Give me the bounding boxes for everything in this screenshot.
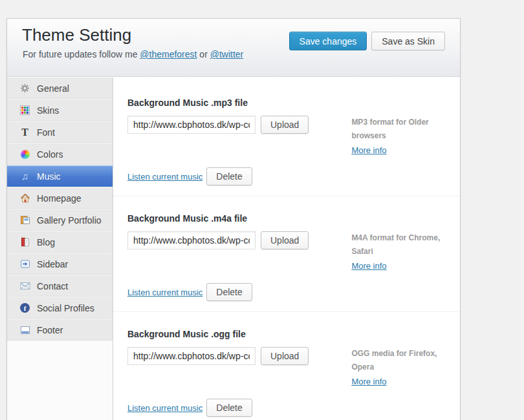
format-description-text: MP3 format for Older browsers (351, 118, 428, 140)
format-description-text: M4A format for Chrome, Safari (351, 233, 440, 256)
ogg-listen-current-music-link[interactable]: Listen current music (127, 403, 202, 413)
mp3-url-input[interactable] (127, 116, 256, 134)
subtitle-text: For future updates follow me (23, 49, 137, 59)
sidebar-item-label: Music (37, 171, 61, 182)
footer-layout-icon (19, 325, 30, 335)
sidebar-item-label: Sidebar (37, 259, 68, 269)
listen-row: Listen current music Delete (127, 283, 460, 301)
mp3-listen-current-music-link[interactable]: Listen current music (127, 172, 202, 182)
sidebar-item-skins[interactable]: Skins (7, 100, 113, 121)
sidebar-item-label: Social Profiles (37, 303, 94, 313)
skins-grid-icon (19, 105, 30, 116)
sidebar-panel-icon (19, 259, 30, 269)
sidebar-item-label: Homepage (37, 193, 82, 204)
sidebar-item-font[interactable]: T Font (7, 121, 113, 143)
sidebar-item-label: Contact (37, 281, 68, 291)
themeforest-link[interactable]: @themeforest (140, 49, 197, 59)
color-wheel-icon (19, 149, 30, 160)
listen-row: Listen current music Delete (127, 399, 460, 417)
m4a-delete-button[interactable]: Delete (206, 283, 252, 301)
m4a-url-input[interactable] (127, 231, 256, 249)
sidebar-item-homepage[interactable]: Homepage (7, 187, 113, 209)
mp3-delete-button[interactable]: Delete (206, 167, 252, 185)
subtitle-or-text: or (199, 49, 207, 59)
sidebar-item-footer[interactable]: Footer (7, 319, 113, 341)
sidebar-item-label: Font (37, 127, 55, 138)
sidebar-item-label: General (37, 83, 69, 94)
mp3-section: Background Music .mp3 file Upload MP3 fo… (113, 98, 460, 196)
section-heading: Background Music .m4a file (127, 213, 460, 224)
section-heading: Background Music .ogg file (127, 329, 460, 339)
section-heading: Background Music .mp3 file (127, 98, 460, 108)
sidebar-item-sidebar[interactable]: Sidebar (7, 253, 113, 275)
sidebar-item-label: Footer (37, 325, 63, 335)
facebook-icon: f (19, 303, 30, 313)
field-row: Upload OGG media for Firefox, Opera More… (127, 347, 460, 389)
gallery-folder-icon (19, 215, 30, 226)
sidebar-item-gallery-portfolio[interactable]: Gallery Portfolio (7, 209, 113, 231)
m4a-upload-button[interactable]: Upload (261, 231, 309, 249)
blog-book-icon (19, 237, 30, 247)
save-changes-button[interactable]: Save changes (289, 32, 367, 50)
sidebar-item-blog[interactable]: Blog (7, 231, 113, 253)
format-description-text: OGG media for Firefox, Opera (351, 349, 437, 372)
page-title: Theme Setting (22, 25, 131, 45)
settings-sidebar: General Skins T Font Colors ♫ Music Home… (7, 78, 113, 420)
ogg-more-info-link[interactable]: More info (351, 375, 386, 388)
font-icon: T (19, 127, 30, 138)
theme-setting-panel: Theme Setting For future updates follow … (6, 18, 461, 420)
sidebar-item-social-profiles[interactable]: f Social Profiles (7, 297, 113, 319)
ogg-upload-button[interactable]: Upload (261, 347, 309, 365)
home-icon (19, 193, 30, 204)
music-settings-content: Background Music .mp3 file Upload MP3 fo… (113, 78, 460, 420)
listen-row: Listen current music Delete (127, 167, 460, 185)
header-buttons: Save changes Save as Skin (289, 32, 445, 50)
format-description: M4A format for Chrome, Safari More info (351, 231, 460, 273)
music-note-icon: ♫ (19, 171, 30, 182)
twitter-link[interactable]: @twitter (210, 49, 244, 59)
section-divider (113, 311, 460, 312)
ogg-url-input[interactable] (127, 347, 256, 365)
section-divider (113, 196, 460, 196)
field-row: Upload M4A format for Chrome, Safari Mor… (127, 231, 460, 273)
panel-body: General Skins T Font Colors ♫ Music Home… (7, 78, 460, 420)
format-description: OGG media for Firefox, Opera More info (351, 347, 460, 389)
m4a-listen-current-music-link[interactable]: Listen current music (127, 288, 202, 297)
field-row: Upload MP3 format for Older browsers Mor… (127, 116, 460, 158)
sidebar-item-music[interactable]: ♫ Music (7, 165, 113, 187)
sidebar-item-colors[interactable]: Colors (7, 143, 113, 165)
mp3-more-info-link[interactable]: More info (351, 143, 386, 157)
ogg-delete-button[interactable]: Delete (206, 399, 252, 417)
gear-icon (19, 83, 30, 94)
panel-header: Theme Setting For future updates follow … (7, 19, 460, 77)
sidebar-item-label: Blog (37, 237, 55, 247)
sidebar-item-label: Skins (37, 105, 59, 116)
envelope-icon (19, 281, 30, 291)
m4a-more-info-link[interactable]: More info (351, 259, 386, 273)
format-description: MP3 format for Older browsers More info (351, 116, 460, 158)
sidebar-item-general[interactable]: General (7, 78, 113, 100)
save-as-skin-button[interactable]: Save as Skin (371, 32, 445, 50)
page-subtitle: For future updates follow me @themefores… (23, 49, 243, 59)
m4a-section: Background Music .m4a file Upload M4A fo… (113, 213, 460, 312)
mp3-upload-button[interactable]: Upload (261, 116, 309, 134)
ogg-section: Background Music .ogg file Upload OGG me… (113, 329, 460, 420)
sidebar-item-label: Gallery Portfolio (37, 215, 102, 226)
sidebar-item-contact[interactable]: Contact (7, 275, 113, 297)
sidebar-item-label: Colors (37, 149, 63, 160)
